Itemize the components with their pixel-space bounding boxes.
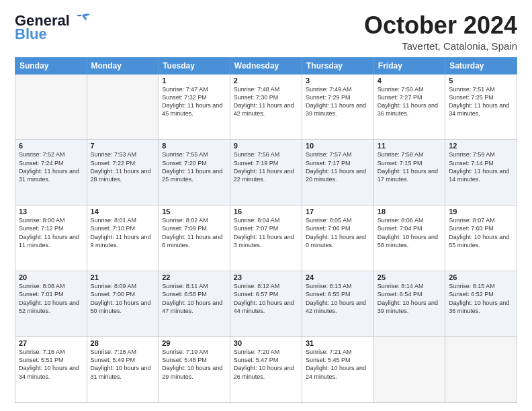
day-number: 17 <box>306 208 370 216</box>
calendar-week-row: 6 Sunrise: 7:52 AMSunset: 7:24 PMDayligh… <box>15 140 517 205</box>
table-row: 21 Sunrise: 8:09 AMSunset: 7:00 PMDaylig… <box>87 271 159 337</box>
day-number: 10 <box>306 142 370 150</box>
day-number: 29 <box>162 339 226 347</box>
day-info: Sunrise: 7:53 AMSunset: 7:22 PMDaylight:… <box>91 151 151 182</box>
day-info: Sunrise: 8:12 AMSunset: 6:57 PMDaylight:… <box>234 283 294 314</box>
table-row: 31 Sunrise: 7:21 AMSunset: 5:45 PMDaylig… <box>302 337 374 403</box>
calendar-week-row: 13 Sunrise: 8:00 AMSunset: 7:12 PMDaylig… <box>15 205 517 271</box>
table-row: 4 Sunrise: 7:50 AMSunset: 7:27 PMDayligh… <box>373 74 445 140</box>
table-row: 7 Sunrise: 7:53 AMSunset: 7:22 PMDayligh… <box>87 140 159 205</box>
day-number: 15 <box>162 208 226 216</box>
table-row: 18 Sunrise: 8:06 AMSunset: 7:04 PMDaylig… <box>373 205 445 271</box>
table-row: 2 Sunrise: 7:48 AMSunset: 7:30 PMDayligh… <box>230 74 302 140</box>
table-row: 13 Sunrise: 8:00 AMSunset: 7:12 PMDaylig… <box>15 205 87 271</box>
table-row: 5 Sunrise: 7:51 AMSunset: 7:25 PMDayligh… <box>445 74 517 140</box>
day-info: Sunrise: 8:04 AMSunset: 7:07 PMDaylight:… <box>234 217 294 248</box>
day-number: 12 <box>449 142 513 150</box>
table-row <box>15 74 87 140</box>
day-number: 9 <box>234 142 298 150</box>
day-info: Sunrise: 8:01 AMSunset: 7:10 PMDaylight:… <box>91 217 151 248</box>
table-row: 26 Sunrise: 8:15 AMSunset: 6:52 PMDaylig… <box>445 271 517 337</box>
day-number: 2 <box>234 77 298 85</box>
day-info: Sunrise: 7:18 AMSunset: 5:49 PMDaylight:… <box>91 349 151 379</box>
table-row: 1 Sunrise: 7:47 AMSunset: 7:32 PMDayligh… <box>159 74 230 140</box>
day-info: Sunrise: 8:07 AMSunset: 7:03 PMDaylight:… <box>449 217 509 248</box>
day-info: Sunrise: 7:52 AMSunset: 7:24 PMDaylight:… <box>19 151 79 182</box>
table-row: 20 Sunrise: 8:08 AMSunset: 7:01 PMDaylig… <box>15 271 87 337</box>
day-number: 20 <box>19 273 83 281</box>
table-row <box>445 337 517 403</box>
table-row <box>87 74 159 140</box>
table-row: 12 Sunrise: 7:59 AMSunset: 7:14 PMDaylig… <box>445 140 517 205</box>
day-info: Sunrise: 8:06 AMSunset: 7:04 PMDaylight:… <box>378 217 438 248</box>
logo-blue: Blue <box>15 26 47 43</box>
day-info: Sunrise: 7:58 AMSunset: 7:15 PMDaylight:… <box>378 151 438 182</box>
day-info: Sunrise: 8:08 AMSunset: 7:01 PMDaylight:… <box>19 283 79 314</box>
day-number: 14 <box>91 208 155 216</box>
table-row: 23 Sunrise: 8:12 AMSunset: 6:57 PMDaylig… <box>230 271 302 337</box>
calendar-header-row: Sunday Monday Tuesday Wednesday Thursday… <box>15 57 517 74</box>
day-number: 22 <box>162 273 226 281</box>
calendar-week-row: 27 Sunrise: 7:16 AMSunset: 5:51 PMDaylig… <box>15 337 517 403</box>
day-info: Sunrise: 8:02 AMSunset: 7:09 PMDaylight:… <box>162 217 222 248</box>
table-row: 10 Sunrise: 7:57 AMSunset: 7:17 PMDaylig… <box>302 140 374 205</box>
logo-bird-icon <box>73 13 91 26</box>
day-number: 24 <box>306 273 370 281</box>
location-title: Tavertet, Catalonia, Spain <box>364 40 517 52</box>
day-number: 13 <box>19 208 83 216</box>
day-number: 6 <box>19 142 83 150</box>
day-number: 11 <box>378 142 441 150</box>
day-info: Sunrise: 7:16 AMSunset: 5:51 PMDaylight:… <box>19 349 79 379</box>
table-row: 24 Sunrise: 8:13 AMSunset: 6:55 PMDaylig… <box>302 271 374 337</box>
col-saturday: Saturday <box>445 57 517 74</box>
page: General Blue October 2024 Tavertet, Cata… <box>0 0 532 411</box>
day-info: Sunrise: 7:49 AMSunset: 7:29 PMDaylight:… <box>306 86 366 117</box>
day-number: 3 <box>306 77 370 85</box>
day-info: Sunrise: 8:05 AMSunset: 7:06 PMDaylight:… <box>306 217 366 248</box>
table-row: 30 Sunrise: 7:20 AMSunset: 5:47 PMDaylig… <box>230 337 302 403</box>
day-number: 28 <box>91 339 155 347</box>
day-number: 18 <box>378 208 441 216</box>
day-number: 23 <box>234 273 298 281</box>
day-number: 1 <box>162 77 226 85</box>
day-number: 26 <box>449 273 513 281</box>
table-row: 28 Sunrise: 7:18 AMSunset: 5:49 PMDaylig… <box>87 337 159 403</box>
day-info: Sunrise: 8:13 AMSunset: 6:55 PMDaylight:… <box>306 283 366 314</box>
table-row <box>373 337 445 403</box>
day-info: Sunrise: 7:56 AMSunset: 7:19 PMDaylight:… <box>234 151 294 182</box>
day-info: Sunrise: 7:21 AMSunset: 5:45 PMDaylight:… <box>306 349 366 379</box>
col-thursday: Thursday <box>302 57 374 74</box>
day-number: 30 <box>234 339 298 347</box>
table-row: 22 Sunrise: 8:11 AMSunset: 6:58 PMDaylig… <box>159 271 230 337</box>
table-row: 19 Sunrise: 8:07 AMSunset: 7:03 PMDaylig… <box>445 205 517 271</box>
col-friday: Friday <box>373 57 445 74</box>
col-tuesday: Tuesday <box>159 57 230 74</box>
table-row: 14 Sunrise: 8:01 AMSunset: 7:10 PMDaylig… <box>87 205 159 271</box>
day-info: Sunrise: 7:57 AMSunset: 7:17 PMDaylight:… <box>306 151 366 182</box>
day-number: 8 <box>162 142 226 150</box>
logo: General Blue <box>15 12 91 43</box>
day-info: Sunrise: 7:48 AMSunset: 7:30 PMDaylight:… <box>234 86 294 117</box>
day-info: Sunrise: 7:55 AMSunset: 7:20 PMDaylight:… <box>162 151 222 182</box>
day-number: 7 <box>91 142 155 150</box>
col-monday: Monday <box>87 57 159 74</box>
day-number: 4 <box>378 77 441 85</box>
table-row: 25 Sunrise: 8:14 AMSunset: 6:54 PMDaylig… <box>373 271 445 337</box>
day-info: Sunrise: 7:59 AMSunset: 7:14 PMDaylight:… <box>449 151 509 182</box>
day-info: Sunrise: 7:47 AMSunset: 7:32 PMDaylight:… <box>162 86 222 117</box>
table-row: 11 Sunrise: 7:58 AMSunset: 7:15 PMDaylig… <box>373 140 445 205</box>
table-row: 29 Sunrise: 7:19 AMSunset: 5:48 PMDaylig… <box>159 337 230 403</box>
day-number: 19 <box>449 208 513 216</box>
header: General Blue October 2024 Tavertet, Cata… <box>15 12 517 52</box>
day-info: Sunrise: 8:11 AMSunset: 6:58 PMDaylight:… <box>162 283 222 314</box>
day-info: Sunrise: 7:19 AMSunset: 5:48 PMDaylight:… <box>162 349 222 379</box>
table-row: 17 Sunrise: 8:05 AMSunset: 7:06 PMDaylig… <box>302 205 374 271</box>
day-info: Sunrise: 8:09 AMSunset: 7:00 PMDaylight:… <box>91 283 151 314</box>
table-row: 27 Sunrise: 7:16 AMSunset: 5:51 PMDaylig… <box>15 337 87 403</box>
table-row: 8 Sunrise: 7:55 AMSunset: 7:20 PMDayligh… <box>159 140 230 205</box>
day-info: Sunrise: 7:20 AMSunset: 5:47 PMDaylight:… <box>234 349 294 379</box>
day-info: Sunrise: 7:51 AMSunset: 7:25 PMDaylight:… <box>449 86 509 117</box>
day-number: 16 <box>234 208 298 216</box>
day-info: Sunrise: 7:50 AMSunset: 7:27 PMDaylight:… <box>378 86 438 117</box>
day-info: Sunrise: 8:00 AMSunset: 7:12 PMDaylight:… <box>19 217 79 248</box>
